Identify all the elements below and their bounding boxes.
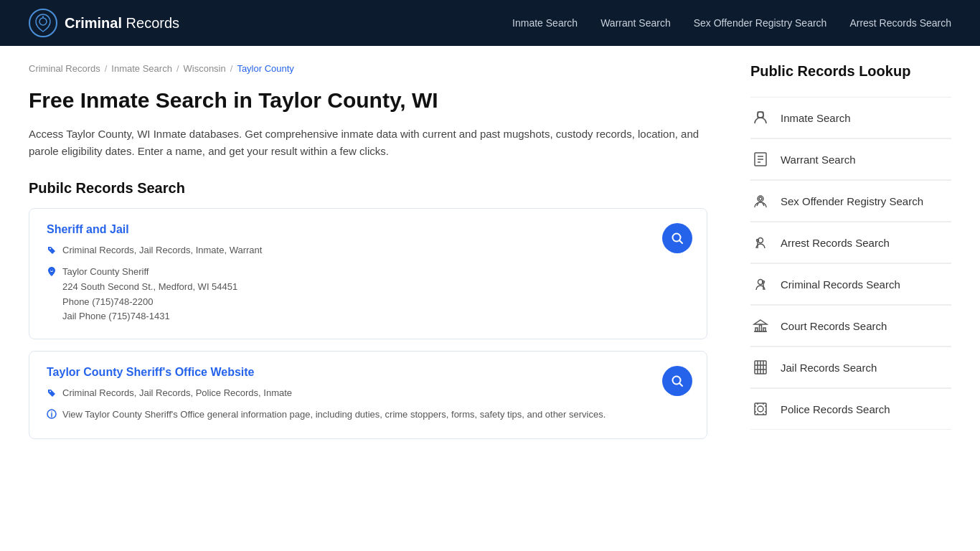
card-1-address: Taylor County Sheriff 224 South Second S… xyxy=(47,265,689,324)
svg-rect-34 xyxy=(755,403,766,415)
card-1-jail-phone: Jail Phone (715)748-1431 xyxy=(62,309,237,324)
logo-text: Criminal Records xyxy=(65,15,179,32)
sidebar-item-police-records[interactable]: Police Records Search xyxy=(750,388,951,430)
card-2-tags: Criminal Records, Jail Records, Police R… xyxy=(47,387,689,400)
jail-records-icon xyxy=(750,357,771,377)
svg-point-35 xyxy=(758,406,763,412)
breadcrumb: Criminal Records / Inmate Search / Wisco… xyxy=(29,63,707,74)
main-content: Criminal Records / Inmate Search / Wisco… xyxy=(29,63,707,451)
nav-arrest-records[interactable]: Arrest Records Search xyxy=(849,17,951,29)
card-2-tag-text: Criminal Records, Jail Records, Police R… xyxy=(62,387,292,398)
card-1-address-details: Taylor County Sheriff 224 South Second S… xyxy=(62,265,237,324)
sidebar-link-sex-offender[interactable]: Sex Offender Registry Search xyxy=(750,180,951,222)
sidebar-label-sex-offender: Sex Offender Registry Search xyxy=(781,195,923,207)
breadcrumb-sep-2: / xyxy=(176,63,179,74)
logo-icon xyxy=(29,9,57,37)
sidebar-link-inmate[interactable]: Inmate Search xyxy=(750,97,951,138)
sidebar-label-court: Court Records Search xyxy=(781,320,887,332)
svg-point-8 xyxy=(51,411,52,413)
svg-point-0 xyxy=(29,9,57,37)
sidebar-label-warrant: Warrant Search xyxy=(781,154,855,166)
svg-point-18 xyxy=(759,197,762,200)
tag-icon-1 xyxy=(47,245,57,258)
search-icon-2 xyxy=(671,375,684,387)
sidebar-item-sex-offender[interactable]: Sex Offender Registry Search xyxy=(750,180,951,222)
sidebar-label-jail: Jail Records Search xyxy=(781,362,877,374)
nav-sex-offender[interactable]: Sex Offender Registry Search xyxy=(694,17,827,29)
sidebar-link-warrant[interactable]: Warrant Search xyxy=(750,138,951,180)
svg-line-5 xyxy=(680,241,683,244)
sidebar: Public Records Lookup Inmate Search xyxy=(750,63,951,451)
section-heading: Pubilc Records Search xyxy=(29,180,707,197)
svg-line-10 xyxy=(680,384,683,387)
info-icon-2 xyxy=(47,409,57,424)
location-icon-1 xyxy=(47,266,57,281)
site-header: Criminal Records Inmate Search Warrant S… xyxy=(0,0,980,46)
card-2-description: View Taylor County Sheriff's Office gene… xyxy=(62,408,606,423)
sidebar-item-warrant-search[interactable]: Warrant Search xyxy=(750,138,951,180)
card-1-name: Taylor County Sheriff xyxy=(62,265,237,280)
card-1-street: 224 South Second St., Medford, WI 54451 xyxy=(62,280,237,295)
card-2-desc-area: View Taylor County Sheriff's Office gene… xyxy=(47,408,689,424)
card-2-title: Taylor County Sheriff's Office Website xyxy=(47,366,689,379)
card-2-search-button[interactable] xyxy=(662,366,692,396)
sidebar-label-inmate: Inmate Search xyxy=(781,112,851,124)
sidebar-heading: Public Records Lookup xyxy=(750,63,951,80)
sidebar-item-arrest-records[interactable]: Arrest Records Search xyxy=(750,222,951,263)
sidebar-item-criminal-records[interactable]: Criminal Records Search xyxy=(750,263,951,305)
criminal-records-icon xyxy=(750,274,771,294)
nav-inmate-search[interactable]: Inmate Search xyxy=(512,17,578,29)
court-records-icon xyxy=(750,316,771,336)
card-sheriff-jail: Sheriff and Jail Criminal Records, Jail … xyxy=(29,208,707,339)
sidebar-item-court-records[interactable]: Court Records Search xyxy=(750,305,951,347)
sidebar-link-jail[interactable]: Jail Records Search xyxy=(750,347,951,388)
page-container: Criminal Records / Inmate Search / Wisco… xyxy=(0,46,980,479)
sidebar-label-arrest: Arrest Records Search xyxy=(781,237,890,249)
sidebar-label-police: Police Records Search xyxy=(781,403,890,415)
page-description: Access Taylor County, WI Inmate database… xyxy=(29,126,707,160)
arrest-records-icon xyxy=(750,232,771,253)
card-1-tag-text: Criminal Records, Jail Records, Inmate, … xyxy=(62,245,262,255)
breadcrumb-taylor-county: Taylor County xyxy=(237,63,293,74)
breadcrumb-wisconsin[interactable]: Wisconsin xyxy=(184,63,226,74)
main-nav: Inmate Search Warrant Search Sex Offende… xyxy=(512,17,951,29)
svg-point-11 xyxy=(758,112,763,118)
breadcrumb-sep-3: / xyxy=(230,63,233,74)
police-records-icon xyxy=(750,399,771,419)
card-1-phone: Phone (715)748-2200 xyxy=(62,295,237,310)
warrant-search-icon xyxy=(750,149,771,169)
svg-point-17 xyxy=(758,196,763,202)
sidebar-link-court[interactable]: Court Records Search xyxy=(750,305,951,347)
sidebar-link-arrest[interactable]: Arrest Records Search xyxy=(750,222,951,263)
breadcrumb-sep-1: / xyxy=(105,63,108,74)
card-1-search-button[interactable] xyxy=(662,223,692,253)
svg-rect-26 xyxy=(760,325,762,331)
logo[interactable]: Criminal Records xyxy=(29,9,179,37)
page-title: Free Inmate Search in Taylor County, WI xyxy=(29,88,707,113)
sex-offender-icon xyxy=(750,191,771,211)
inmate-search-icon xyxy=(750,108,771,128)
sidebar-item-jail-records[interactable]: Jail Records Search xyxy=(750,347,951,388)
sidebar-label-criminal: Criminal Records Search xyxy=(781,278,900,291)
breadcrumb-inmate-search[interactable]: Inmate Search xyxy=(111,63,172,74)
sidebar-link-criminal[interactable]: Criminal Records Search xyxy=(750,263,951,305)
sidebar-link-police[interactable]: Police Records Search xyxy=(750,388,951,430)
nav-warrant-search[interactable]: Warrant Search xyxy=(600,17,671,29)
sidebar-item-inmate-search[interactable]: Inmate Search xyxy=(750,97,951,138)
card-1-title: Sheriff and Jail xyxy=(47,223,689,236)
breadcrumb-criminal-records[interactable]: Criminal Records xyxy=(29,63,100,74)
card-sheriffs-website: Taylor County Sheriff's Office Website C… xyxy=(29,351,707,439)
sidebar-list: Inmate Search Warrant Search xyxy=(750,97,951,430)
search-icon-1 xyxy=(671,232,684,245)
card-1-tags: Criminal Records, Jail Records, Inmate, … xyxy=(47,245,689,258)
tag-icon-2 xyxy=(47,388,57,400)
